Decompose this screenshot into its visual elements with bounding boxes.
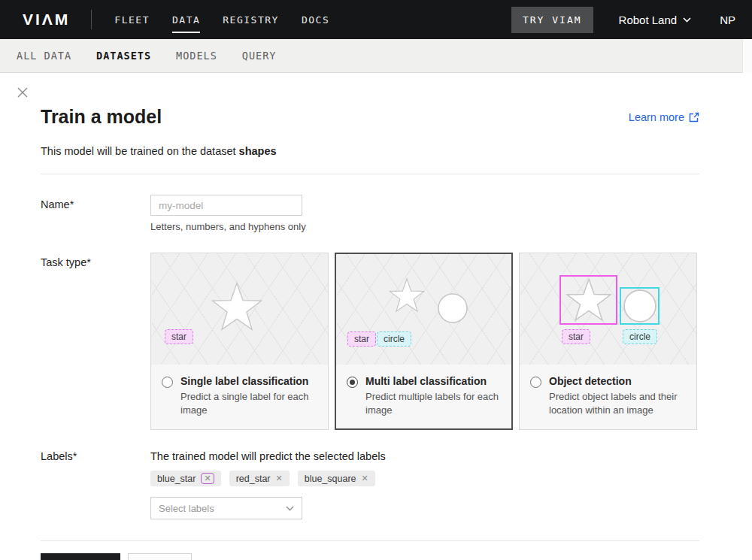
dataset-subtitle: This model will be trained on the datase… <box>41 145 699 157</box>
name-hint: Letters, numbers, and hyphens only <box>150 221 699 232</box>
labels-select[interactable]: Select labels <box>150 497 302 519</box>
star-bounding-box <box>559 275 617 325</box>
radio-object-detection[interactable] <box>530 377 541 388</box>
go-back-button[interactable]: Go back <box>128 553 192 560</box>
circle-shape <box>623 289 656 322</box>
try-viam-button[interactable]: TRY VIAM <box>511 7 593 33</box>
object-detection-illustration: star circle <box>520 253 696 365</box>
tab-datasets[interactable]: DATASETS <box>96 50 151 62</box>
nav-link-fleet[interactable]: FLEET <box>114 10 150 30</box>
remove-label-icon[interactable]: ✕ <box>276 474 283 483</box>
star-shape <box>566 278 612 322</box>
labels-select-placeholder: Select labels <box>159 503 214 514</box>
remove-label-icon[interactable]: ✕ <box>201 473 214 484</box>
learn-more-label: Learn more <box>629 111 684 123</box>
user-avatar[interactable]: NP <box>720 14 735 26</box>
model-name-input[interactable] <box>150 195 302 216</box>
task-card-single-label[interactable]: star Single label classification Predict… <box>150 253 329 430</box>
labels-label: Labels* <box>41 446 150 519</box>
chip-text: blue_square <box>305 474 356 484</box>
remove-label-icon[interactable]: ✕ <box>362 474 368 483</box>
circle-shape <box>438 293 468 323</box>
org-switcher[interactable]: Robot Land <box>619 14 692 26</box>
nav-link-docs[interactable]: DOCS <box>302 10 329 30</box>
tab-models[interactable]: MODELS <box>176 50 217 62</box>
single-label-illustration: star <box>151 253 328 365</box>
star-tag: star <box>562 329 590 344</box>
single-label-title: Single label classification <box>180 375 317 387</box>
single-label-desc: Predict a single label for each image <box>180 390 317 416</box>
train-model-panel: Train a model Learn more This model will… <box>0 73 752 560</box>
labels-help-text: The trained model will predict the selec… <box>150 446 699 462</box>
chip-text: blue_star <box>157 474 196 484</box>
multi-label-title: Multi label classification <box>365 375 501 387</box>
star-shape <box>389 277 425 314</box>
star-tag: star <box>165 329 193 344</box>
label-chip-red-star[interactable]: red_star ✕ <box>229 471 290 486</box>
radio-multi-label[interactable] <box>347 377 358 388</box>
object-detection-desc: Predict object labels and their location… <box>549 390 686 416</box>
circle-bounding-box <box>620 287 660 325</box>
nav-link-registry[interactable]: REGISTRY <box>223 10 279 30</box>
tab-all-data[interactable]: ALL DATA <box>17 50 71 62</box>
viam-logo[interactable]: VIΛM <box>23 11 70 29</box>
multi-label-desc: Predict multiple labels for each image <box>365 390 501 416</box>
task-card-multi-label[interactable]: star circle Multi label classification P… <box>335 253 513 430</box>
chevron-down-icon <box>683 17 691 23</box>
nav-divider <box>91 10 92 29</box>
task-type-cards: star Single label classification Predict… <box>150 253 699 430</box>
selected-labels: blue_star ✕ red_star ✕ blue_square ✕ <box>150 471 699 486</box>
learn-more-link[interactable]: Learn more <box>629 111 699 123</box>
circle-tag: circle <box>377 331 411 347</box>
org-name: Robot Land <box>619 14 678 26</box>
star-tag: star <box>347 331 376 347</box>
external-link-icon <box>689 112 699 123</box>
close-icon[interactable] <box>17 87 28 98</box>
star-shape <box>211 280 262 333</box>
chip-text: red_star <box>236 474 271 484</box>
circle-tag: circle <box>623 329 657 344</box>
tab-query[interactable]: QUERY <box>242 50 277 62</box>
task-type-label: Task type* <box>41 253 150 430</box>
top-nav: VIΛM FLEET DATA REGISTRY DOCS TRY VIAM R… <box>0 0 752 39</box>
page-title: Train a model <box>41 106 162 128</box>
task-card-object-detection[interactable]: star circle Object detection Predict obj… <box>519 253 697 430</box>
chevron-down-icon <box>286 506 294 511</box>
nav-link-data[interactable]: DATA <box>172 10 200 30</box>
section-divider <box>41 174 699 174</box>
multi-label-illustration: star circle <box>336 254 511 365</box>
footer-divider <box>41 540 699 541</box>
radio-single-label[interactable] <box>162 377 173 388</box>
dataset-name: shapes <box>239 145 277 157</box>
name-label: Name* <box>41 195 150 232</box>
object-detection-title: Object detection <box>549 375 686 387</box>
label-chip-blue-star[interactable]: blue_star ✕ <box>150 471 221 486</box>
data-sub-nav: ALL DATA DATASETS MODELS QUERY <box>0 39 752 73</box>
primary-nav: FLEET DATA REGISTRY DOCS <box>114 10 329 30</box>
label-chip-blue-square[interactable]: blue_square ✕ <box>298 471 375 486</box>
train-model-button[interactable]: Train model <box>41 553 120 560</box>
